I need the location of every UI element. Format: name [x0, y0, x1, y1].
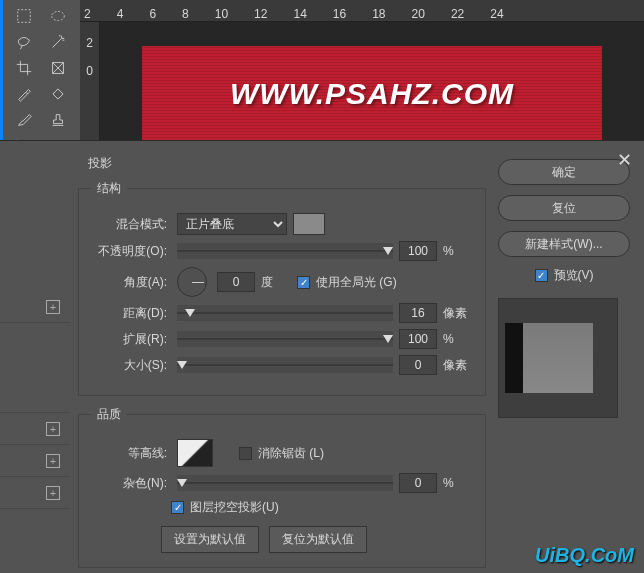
distance-unit: 像素 [443, 305, 473, 322]
distance-label: 距离(D): [91, 305, 171, 322]
preview-label: 预览(V) [554, 267, 594, 284]
angle-label: 角度(A): [91, 274, 171, 291]
cancel-button[interactable]: 复位 [498, 195, 630, 221]
opacity-label: 不透明度(O): [91, 243, 171, 260]
knockout-label: 图层挖空投影(U) [190, 499, 279, 516]
preview-checkbox[interactable]: ✓ [535, 269, 548, 282]
stamp-tool[interactable] [43, 108, 73, 132]
size-unit: 像素 [443, 357, 473, 374]
add-effect-icon[interactable]: + [46, 454, 60, 468]
crop-tool[interactable] [9, 56, 39, 80]
rect-select-tool[interactable] [9, 4, 39, 28]
contour-picker[interactable] [177, 439, 213, 467]
noise-slider[interactable] [177, 475, 393, 491]
frame-tool[interactable] [43, 56, 73, 80]
canvas[interactable]: WWW.PSAHZ.COM [100, 22, 644, 140]
spread-input[interactable] [399, 329, 437, 349]
angle-unit: 度 [261, 274, 291, 291]
make-default-button[interactable]: 设置为默认值 [161, 526, 259, 553]
canvas-text: WWW.PSAHZ.COM [230, 77, 514, 111]
canvas-content: WWW.PSAHZ.COM [142, 46, 602, 141]
contour-label: 等高线: [91, 445, 171, 462]
size-input[interactable] [399, 355, 437, 375]
quality-legend: 品质 [91, 406, 127, 423]
opacity-unit: % [443, 244, 473, 258]
preview-thumbnail [498, 298, 618, 418]
ellipse-select-tool[interactable] [43, 4, 73, 28]
layer-style-dialog: ✕ + + + + 投影 结构 混合模式: 正片叠底 不透明度(O): [0, 140, 644, 573]
spread-label: 扩展(R): [91, 331, 171, 348]
section-title: 投影 [88, 155, 486, 172]
lasso-tool[interactable] [9, 30, 39, 54]
blend-mode-select[interactable]: 正片叠底 [177, 213, 287, 235]
distance-input[interactable] [399, 303, 437, 323]
spread-unit: % [443, 332, 473, 346]
svg-point-1 [51, 12, 64, 21]
watermark: UiBQ.CoM [535, 544, 634, 567]
effects-list: + + + + [0, 141, 70, 573]
antialias-checkbox[interactable]: ✓ [239, 447, 252, 460]
structure-group: 结构 混合模式: 正片叠底 不透明度(O): % 角度(A): 度 [78, 180, 486, 396]
use-global-light-checkbox[interactable]: ✓ [297, 276, 310, 289]
size-slider[interactable] [177, 357, 393, 373]
ruler-horizontal: 24681012141618202224 [80, 0, 644, 22]
healing-tool[interactable] [43, 82, 73, 106]
magic-wand-tool[interactable] [43, 30, 73, 54]
add-effect-icon[interactable]: + [46, 300, 60, 314]
svg-rect-0 [18, 10, 31, 23]
noise-input[interactable] [399, 473, 437, 493]
brush-tool[interactable] [9, 108, 39, 132]
antialias-label: 消除锯齿 (L) [258, 445, 324, 462]
angle-dial[interactable] [177, 267, 207, 297]
noise-unit: % [443, 476, 473, 490]
spread-slider[interactable] [177, 331, 393, 347]
opacity-slider[interactable] [177, 243, 393, 259]
reset-default-button[interactable]: 复位为默认值 [269, 526, 367, 553]
svg-rect-3 [52, 89, 62, 99]
blend-mode-label: 混合模式: [91, 216, 171, 233]
angle-input[interactable] [217, 272, 255, 292]
noise-label: 杂色(N): [91, 475, 171, 492]
new-style-button[interactable]: 新建样式(W)... [498, 231, 630, 257]
shadow-color-swatch[interactable] [293, 213, 325, 235]
ok-button[interactable]: 确定 [498, 159, 630, 185]
add-effect-icon[interactable]: + [46, 422, 60, 436]
size-label: 大小(S): [91, 357, 171, 374]
add-effect-icon[interactable]: + [46, 486, 60, 500]
use-global-light-label: 使用全局光 (G) [316, 274, 397, 291]
toolbar [0, 0, 80, 140]
distance-slider[interactable] [177, 305, 393, 321]
knockout-checkbox[interactable]: ✓ [171, 501, 184, 514]
opacity-input[interactable] [399, 241, 437, 261]
structure-legend: 结构 [91, 180, 127, 197]
quality-group: 品质 等高线: ✓ 消除锯齿 (L) 杂色(N): % ✓ 图层挖空投影(U [78, 406, 486, 568]
eyedropper-tool[interactable] [9, 82, 39, 106]
close-icon[interactable]: ✕ [614, 149, 634, 169]
ruler-vertical: 20 [80, 22, 100, 140]
